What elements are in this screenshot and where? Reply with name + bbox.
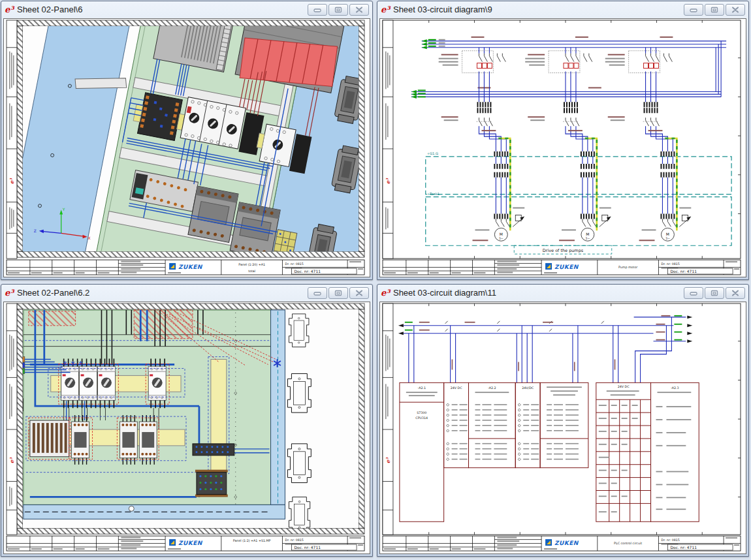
minimize-button[interactable] (308, 4, 327, 16)
sheet-canvas-panel-62[interactable]: e³ (3, 302, 370, 554)
window-circuit-11: e³ Sheet 03-circuit diagram\11 e³ (377, 284, 749, 557)
title-block: ZUKEN Panel (1:2) +A1 +S1.MP Dr. nr: 081… (7, 536, 364, 551)
sheet-info-strip: e³ (7, 20, 17, 258)
sheet-description-2: total (248, 270, 255, 273)
sheet-drawing-panel-6: e³ (4, 19, 370, 277)
sheet-drawing-panel-62: e³ (4, 302, 370, 553)
sheet-description: PLC control circuit (614, 542, 642, 545)
minimize-button[interactable] (684, 287, 703, 299)
restore-button[interactable] (705, 4, 724, 16)
sheet-info-strip: e³ (383, 20, 393, 258)
restore-button[interactable] (328, 4, 348, 16)
sheet-drawing-circuit-11: e³ -A2.1 S7300 CP (380, 302, 746, 553)
zuken-logo: ZUKEN (169, 263, 203, 270)
contactor-1 (72, 415, 89, 465)
contactor-1 (188, 186, 238, 242)
mini-terminal-row (193, 444, 234, 456)
hatch-border-bottom (17, 251, 364, 257)
terminal-cluster (30, 420, 69, 457)
hatch-border-left (17, 26, 23, 251)
hatch-border-right (359, 309, 364, 528)
sheet-canvas-circuit-11[interactable]: e³ -A2.1 S7300 CP (379, 302, 746, 554)
axis-x-label: X (88, 236, 91, 240)
window-title: Sheet 02-Panel\6.2 (17, 288, 89, 298)
plc-v2-label: 24V/DC (522, 386, 534, 390)
red-hatch-region-2 (134, 310, 193, 339)
sheet-canvas-circuit-9[interactable]: e³ +G1.G +Tank1 (379, 18, 746, 277)
titlebar-circuit-11[interactable]: e³ Sheet 03-circuit diagram\11 (377, 285, 748, 301)
title-block: ZUKEN Pump motor Dr. nr: 0815 Doc. nr: 4… (383, 260, 741, 275)
svg-text:ZUKEN: ZUKEN (178, 264, 203, 270)
window-title: Sheet 03-circuit diagram\11 (393, 288, 496, 298)
window-panel-6: e³ Sheet 02-Panel\6 (1, 1, 373, 280)
plc-box1-label: -A2.1 (418, 386, 426, 390)
window-title: Sheet 02-Panel\6 (17, 5, 82, 14)
minimize-button[interactable] (308, 287, 327, 299)
document-number: Doc. nr: 4711 (294, 545, 321, 550)
drawing-number: Dr. nr: 0815 (285, 262, 303, 266)
e3-app-icon: e³ (381, 288, 390, 297)
window-title: Sheet 03-circuit diagram\9 (393, 5, 492, 14)
sheet-description: Panel (1:2) +A1 +S1.MP (233, 539, 271, 542)
document-number: Doc. nr: 4711 (670, 545, 697, 550)
close-button[interactable] (726, 4, 745, 16)
hatch-border-left (17, 309, 23, 528)
zuken-logo: ZUKEN (169, 539, 203, 546)
titlebar-panel-6[interactable]: e³ Sheet 02-Panel\6 (1, 1, 372, 18)
motor-symbol-label-2: M (586, 232, 589, 236)
motor-phase-label-3: 3~ (665, 237, 670, 240)
e3-app-icon: e³ (5, 288, 14, 297)
zuken-logo: ZUKEN (545, 539, 579, 546)
plc-box2-label: -A2.2 (488, 386, 496, 390)
sheet-drawing-circuit-9: e³ +G1.G +Tank1 (380, 19, 746, 277)
titlebar-panel-62[interactable]: e³ Sheet 02-Panel\6.2 (1, 285, 372, 301)
titlebar-circuit-9[interactable]: e³ Sheet 03-circuit diagram\9 (377, 1, 748, 18)
caption-text: Drive of the pumps (543, 248, 584, 253)
hatch-border-bottom (17, 528, 364, 534)
document-number: Doc. nr: 4711 (294, 269, 321, 273)
e3-sheet-logo: e³ (385, 178, 391, 184)
e3-app-icon: e³ (5, 5, 14, 14)
svg-text:ZUKEN: ZUKEN (554, 264, 579, 270)
close-button[interactable] (349, 4, 369, 16)
contactor-2 (120, 415, 137, 465)
motor-phase-label-1: 3~ (499, 237, 503, 240)
sheet-canvas-panel-6[interactable]: e³ (3, 18, 370, 277)
sheet-info-strip: e³ (383, 303, 393, 535)
mini-terminal-block (195, 470, 228, 497)
restore-button[interactable] (705, 287, 724, 299)
motor-phase-label-2: 3~ (585, 237, 590, 240)
e3-sheet-logo: e³ (9, 457, 15, 463)
title-block: ZUKEN PLC control circuit Dr. nr: 0815 D… (383, 536, 741, 551)
e3-app-icon: e³ (381, 5, 390, 14)
plc-box3-label: -A2.3 (671, 386, 679, 390)
e3-sheet-logo: e³ (9, 178, 15, 184)
window-circuit-9: e³ Sheet 03-circuit diagram\9 (377, 1, 749, 280)
hatch-border-top (17, 20, 364, 26)
close-button[interactable] (726, 287, 745, 299)
hatch-border-right (359, 26, 364, 251)
title-block: ZUKEN Panel (1:20) +A1 total Dr. nr: 081… (7, 260, 364, 275)
minimize-button[interactable] (684, 4, 703, 16)
document-number: Doc. nr: 4711 (670, 269, 697, 273)
plc-v1-label: 24V DC (451, 386, 463, 390)
hatch-border-top (17, 303, 364, 309)
drawing-number: Dr. nr: 0815 (285, 538, 303, 542)
e3-sheet-logo: e³ (385, 457, 391, 463)
drawing-number: Dr. nr: 0815 (661, 538, 679, 542)
panel-3d-view (4, 19, 370, 277)
contactor-3 (139, 415, 157, 465)
close-button[interactable] (349, 287, 369, 299)
plc-cpu-label2: CPU314 (415, 416, 428, 420)
sheet-description: Panel (1:20) +A1 (238, 263, 265, 266)
svg-text:ZUKEN: ZUKEN (178, 540, 203, 546)
motor-symbol-label-3: M (666, 232, 669, 236)
region-label-tank1: +Tank1 (427, 192, 439, 196)
sheet-description: Pump motor (618, 266, 637, 269)
axis-z-label: Z (34, 228, 37, 233)
restore-button[interactable] (328, 287, 348, 299)
plc-grid-v-label: 24V DC (618, 385, 630, 388)
svg-text:ZUKEN: ZUKEN (554, 540, 579, 546)
drawing-number: Dr. nr: 0815 (661, 262, 679, 266)
plc-cpu-label1: S7300 (417, 411, 426, 414)
